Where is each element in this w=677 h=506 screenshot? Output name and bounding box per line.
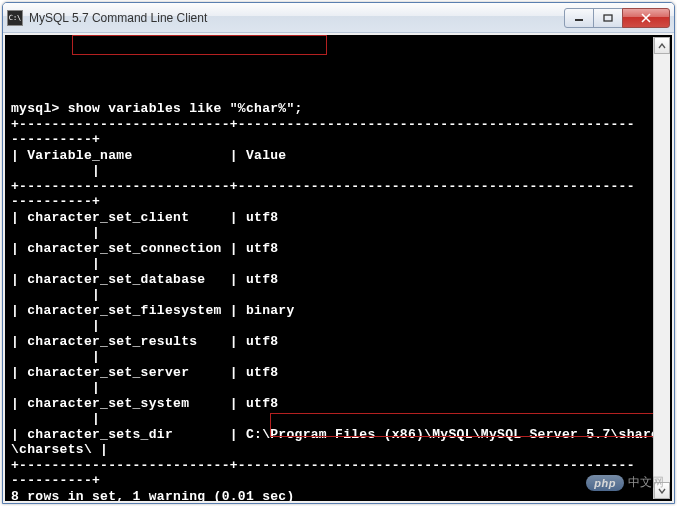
highlight-value	[270, 413, 663, 437]
scroll-up-button[interactable]	[654, 37, 670, 54]
minimize-button[interactable]	[564, 8, 594, 28]
maximize-button[interactable]	[593, 8, 623, 28]
highlight-command	[72, 35, 327, 55]
window-controls	[565, 8, 670, 28]
titlebar[interactable]: C:\ MySQL 5.7 Command Line Client	[3, 3, 674, 33]
watermark-text: 中文网	[628, 474, 664, 491]
app-window: C:\ MySQL 5.7 Command Line Client mysql>…	[2, 2, 675, 504]
scrollbar-track[interactable]	[654, 54, 670, 482]
close-button[interactable]	[622, 8, 670, 28]
close-icon	[640, 13, 652, 23]
maximize-icon	[603, 14, 613, 22]
minimize-icon	[574, 14, 584, 22]
svg-rect-0	[575, 19, 583, 21]
window-title: MySQL 5.7 Command Line Client	[29, 11, 565, 25]
svg-rect-1	[604, 15, 612, 21]
app-icon: C:\	[7, 10, 23, 26]
terminal-output[interactable]: mysql> show variables like "%char%"; +--…	[5, 35, 672, 501]
vertical-scrollbar[interactable]	[653, 37, 670, 499]
chevron-up-icon	[658, 43, 666, 49]
watermark-logo: php	[586, 475, 624, 491]
watermark: php 中文网	[586, 474, 664, 491]
